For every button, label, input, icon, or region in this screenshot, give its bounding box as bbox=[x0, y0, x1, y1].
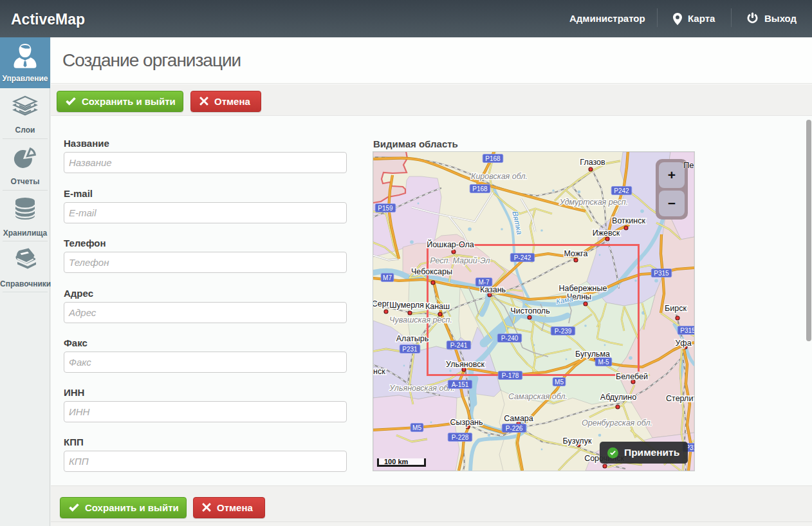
svg-text:М7: М7 bbox=[383, 274, 392, 281]
svg-text:Р159: Р159 bbox=[378, 205, 393, 212]
svg-text:Ижевск: Ижевск bbox=[593, 229, 620, 238]
svg-text:Уфа: Уфа bbox=[675, 339, 691, 348]
svg-text:Казань: Казань bbox=[480, 285, 506, 294]
svg-text:Чебоксары: Чебоксары bbox=[411, 267, 452, 276]
svg-text:Р231: Р231 bbox=[402, 346, 418, 353]
svg-text:Белебей: Белебей bbox=[616, 372, 648, 381]
svg-text:Бирск: Бирск bbox=[665, 304, 687, 313]
svg-text:Р168: Р168 bbox=[485, 155, 501, 162]
svg-text:Стерлитамак: Стерлитамак bbox=[666, 394, 694, 403]
svg-text:Респ. Марий-Эл: Респ. Марий-Эл bbox=[430, 256, 490, 265]
svg-text:Оренбургская обл.: Оренбургская обл. bbox=[582, 418, 652, 427]
svg-text:Набережные: Набережные bbox=[559, 284, 607, 293]
svg-text:Воткинск: Воткинск bbox=[612, 216, 645, 225]
svg-text:Кировская обл.: Кировская обл. bbox=[471, 172, 528, 181]
svg-text:Р315: Р315 bbox=[680, 327, 694, 334]
svg-text:Р-226: Р-226 bbox=[506, 425, 523, 432]
svg-text:Бугульма: Бугульма bbox=[575, 350, 610, 359]
svg-text:нск: нск bbox=[373, 367, 385, 376]
svg-text:Р-228: Р-228 bbox=[452, 434, 469, 441]
svg-text:Р-242: Р-242 bbox=[514, 254, 531, 261]
svg-text:Шумерля: Шумерля bbox=[389, 301, 424, 310]
svg-text:Р-239: Р-239 bbox=[555, 328, 572, 335]
svg-text:Канаш: Канаш bbox=[425, 302, 450, 311]
svg-text:Р315: Р315 bbox=[654, 270, 669, 277]
svg-text:Р242: Р242 bbox=[614, 187, 629, 194]
svg-text:Йошкар-Ола: Йошкар-Ола bbox=[427, 240, 474, 249]
svg-text:Ульяновск: Ульяновск bbox=[446, 360, 484, 369]
svg-text:М-5: М-5 bbox=[598, 359, 609, 366]
svg-text:А-151: А-151 bbox=[452, 381, 469, 388]
svg-text:Абдулино: Абдулино bbox=[600, 393, 636, 402]
svg-text:Глазов: Глазов bbox=[580, 158, 605, 167]
svg-text:М-7: М-7 bbox=[478, 279, 490, 286]
svg-text:М5: М5 bbox=[555, 379, 564, 386]
svg-text:Чувашская респ.: Чувашская респ. bbox=[389, 315, 452, 324]
svg-text:Р-178: Р-178 bbox=[502, 372, 519, 379]
svg-text:Самара: Самара bbox=[504, 414, 533, 423]
svg-text:Удмуртская респ.: Удмуртская респ. bbox=[559, 198, 628, 207]
svg-text:Алатырь: Алатырь bbox=[396, 334, 429, 343]
svg-text:Р-240: Р-240 bbox=[501, 335, 519, 342]
svg-text:Ульяновская обл.: Ульяновская обл. bbox=[389, 384, 454, 393]
svg-text:Сызрань: Сызрань bbox=[450, 418, 483, 427]
svg-text:Бузулук: Бузулук bbox=[563, 437, 592, 446]
svg-text:Самарская обл.: Самарская обл. bbox=[508, 392, 567, 401]
svg-text:Можга: Можга bbox=[564, 249, 588, 258]
svg-text:Чистополь: Чистополь bbox=[510, 306, 549, 315]
svg-text:Р-241: Р-241 bbox=[450, 342, 468, 349]
svg-text:М5: М5 bbox=[412, 424, 421, 431]
svg-text:Р168: Р168 bbox=[472, 185, 488, 193]
